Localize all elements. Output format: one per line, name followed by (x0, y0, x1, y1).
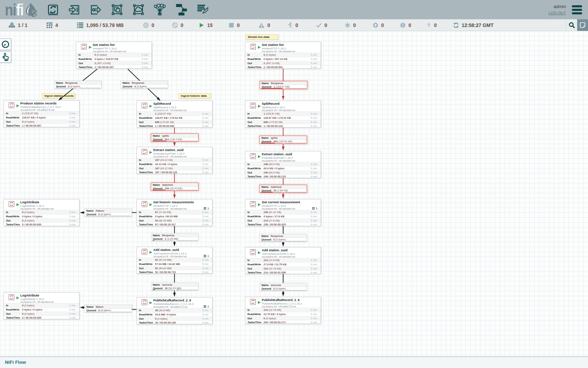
svg-text:?: ? (427, 22, 430, 28)
